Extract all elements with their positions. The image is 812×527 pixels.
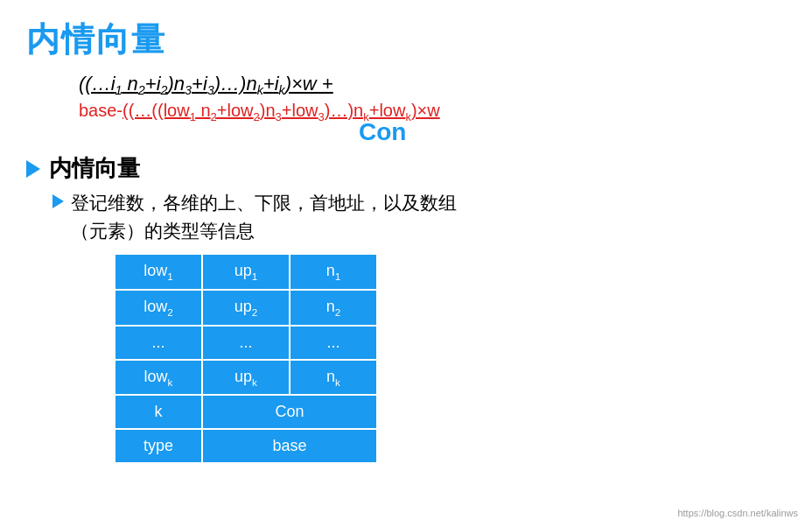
watermark: https://blog.csdn.net/kalinws xyxy=(677,508,798,518)
table-cell: nk xyxy=(290,360,377,396)
table-row: low2 up2 n2 xyxy=(115,290,377,326)
table-cell: low2 xyxy=(115,290,202,326)
table-cell: n2 xyxy=(290,290,377,326)
table-cell-base: base xyxy=(202,429,377,463)
sub-text-line2: （元素）的类型等信息 xyxy=(71,221,255,241)
table-row: ... ... ... xyxy=(115,326,377,360)
section-header: 内情向量 xyxy=(26,153,786,184)
formula-line1: ((…i1 n2+i2)n3+i3)…)nk+ik)×w + xyxy=(79,73,333,97)
table-cell-con: Con xyxy=(202,395,377,429)
table-cell: ... xyxy=(290,326,377,360)
table-cell: up1 xyxy=(202,254,290,290)
sub-arrow-icon xyxy=(52,194,64,208)
table-cell: type xyxy=(115,429,202,463)
sub-section: 登记维数，各维的上、下限，首地址，以及数组 （元素）的类型等信息 xyxy=(52,189,786,244)
section-title: 内情向量 xyxy=(49,153,140,184)
table-cell: ... xyxy=(115,326,202,360)
sub-text: 登记维数，各维的上、下限，首地址，以及数组 （元素）的类型等信息 xyxy=(71,189,457,244)
table-cell: n1 xyxy=(290,254,377,290)
sub-text-line1: 登记维数，各维的上、下限，首地址，以及数组 xyxy=(71,193,457,213)
page-title: 内情向量 xyxy=(26,18,786,62)
table-row: lowk upk nk xyxy=(115,360,377,396)
table-row: low1 up1 n1 xyxy=(115,254,377,290)
table-cell: k xyxy=(115,395,202,429)
page-container: 内情向量 ((…i1 n2+i2)n3+i3)…)nk+ik)×w + base… xyxy=(0,0,812,527)
table-cell: lowk xyxy=(115,360,202,396)
table-row: k Con xyxy=(115,395,377,429)
table-cell: up2 xyxy=(202,290,290,326)
table-cell: ... xyxy=(202,326,290,360)
table-cell: low1 xyxy=(115,254,202,290)
section-arrow-icon xyxy=(26,160,40,178)
table-row: type base xyxy=(115,429,377,463)
info-table: low1 up1 n1 low2 up2 n2 ... ... ... lowk… xyxy=(114,253,378,464)
table-cell: upk xyxy=(202,360,290,396)
formula-area: ((…i1 n2+i2)n3+i3)…)nk+ik)×w + base-((…(… xyxy=(79,73,786,146)
